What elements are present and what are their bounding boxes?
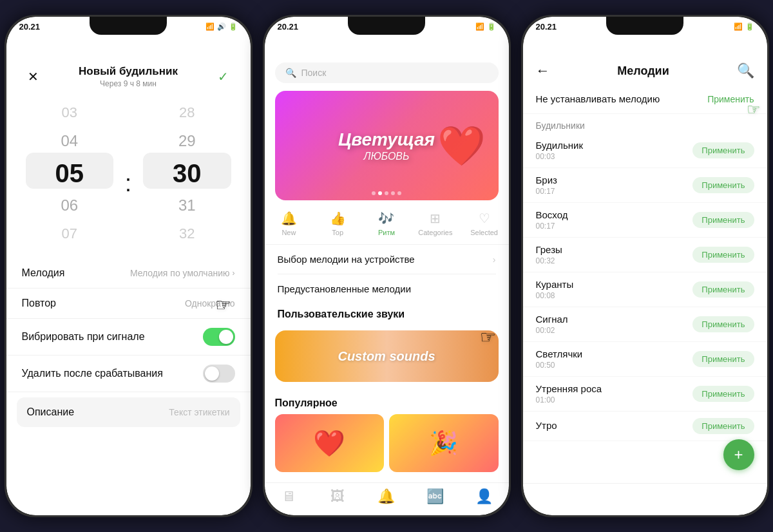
vibrate-toggle[interactable] <box>203 328 235 346</box>
tab-categories[interactable]: ⊞ Categories <box>411 208 460 239</box>
minute-29: 29 <box>137 127 238 155</box>
hour-05-selected: 05 <box>19 155 120 191</box>
bottom-nav-browse[interactable]: 🖼 <box>313 488 362 505</box>
battery-icon-2: 🔋 <box>487 23 496 31</box>
tab-rhythm[interactable]: 🎶 Ритм <box>362 208 411 239</box>
delete-setting-row[interactable]: Удалить после срабатывания <box>6 356 251 392</box>
melody-row-signal-duration: 00:02 <box>536 326 568 335</box>
device-melody-item[interactable]: Выбор мелодии на устройстве › <box>265 245 509 274</box>
notch-1 <box>90 17 167 35</box>
bottom-nav-browse-icon: 🖼 <box>330 488 345 505</box>
back-button[interactable]: ← <box>536 62 550 79</box>
time-picker: 03 04 05 06 07 : 28 29 30 31 32 <box>6 99 251 248</box>
tab-top[interactable]: 👍 Top <box>313 208 362 239</box>
phone-1: 20.21 📶 🔊 🔋 ✕ Новый будильник Через 9 ч … <box>5 15 253 517</box>
promo-banner[interactable]: Цветущая ЛЮБОВЬ ❤️ <box>275 91 499 200</box>
melody-row-utro-name: Утро <box>536 420 557 431</box>
melody-row-voshod-duration: 00:17 <box>536 222 568 231</box>
no-melody-text: Не устанавливать мелодию <box>536 93 660 104</box>
bottom-nav-alarm-icon: 🔔 <box>377 488 395 505</box>
popular-card-2[interactable]: 🎉 <box>389 414 499 472</box>
melody-list-content: Выбор мелодии на устройстве › Предустано… <box>265 245 509 482</box>
melody-row-utro[interactable]: Утро Применить <box>523 412 767 441</box>
tab-selected[interactable]: ♡ Selected <box>460 208 509 239</box>
bottom-nav-text-icon: 🔤 <box>426 488 444 505</box>
delete-toggle[interactable] <box>203 365 235 383</box>
hour-07: 07 <box>19 220 120 248</box>
preset-melodies-item[interactable]: Предустановленные мелодии <box>265 274 509 303</box>
search-bar[interactable]: 🔍 Поиск <box>275 62 499 83</box>
apply-button-utrennyaya-rosa[interactable]: Применить <box>692 386 754 402</box>
hour-03: 03 <box>19 99 120 127</box>
melody-row-briz[interactable]: Бриз 00:17 Применить <box>523 168 767 203</box>
melody-row-signal[interactable]: Сигнал 00:02 Применить <box>523 307 767 342</box>
tab-top-label: Top <box>332 229 343 236</box>
melody-row-utro-info: Утро <box>536 420 557 432</box>
apply-button-grezy[interactable]: Применить <box>692 247 754 263</box>
apply-button-utro[interactable]: Применить <box>692 418 754 434</box>
tab-rhythm-icon: 🎶 <box>378 211 394 226</box>
melody-row-utrennyaya-rosa-name: Утренняя роса <box>536 383 602 394</box>
alarm-confirm-button[interactable]: ✓ <box>212 65 235 88</box>
apply-button-svetlyachki[interactable]: Применить <box>692 351 754 367</box>
signal-icon-3: 📶 <box>734 23 743 31</box>
bottom-nav-alarm[interactable]: 🔔 <box>362 488 411 505</box>
description-placeholder: Текст этикетки <box>169 407 229 417</box>
melody-row-utrennyaya-rosa[interactable]: Утренняя роса 01:00 Применить <box>523 377 767 412</box>
banner-content: Цветущая ЛЮБОВЬ <box>338 129 435 163</box>
banner-dot-2-active <box>378 191 382 195</box>
custom-sounds-banner[interactable]: Custom sounds <box>275 330 499 382</box>
melody-row-utrennyaya-rosa-info: Утренняя роса 01:00 <box>536 383 602 404</box>
melody-row-briz-name: Бриз <box>536 175 557 185</box>
notch-2 <box>348 17 425 35</box>
apply-button-signal[interactable]: Применить <box>692 316 754 332</box>
alarm-close-button[interactable]: ✕ <box>22 65 45 88</box>
melody-row-budilnik[interactable]: Будильник 00:03 Применить <box>523 133 767 168</box>
phone-2-screen: 20.21 📶 🔋 🔍 Поиск Цветущая ЛЮБОВЬ ❤️ <box>265 17 509 515</box>
no-melody-row[interactable]: Не устанавливать мелодию Применить ☞ <box>523 84 767 114</box>
fab-add-button[interactable]: + <box>723 439 754 470</box>
melody-search-button[interactable]: 🔍 <box>737 62 754 79</box>
custom-sounds-title: Пользовательские звуки <box>265 303 509 325</box>
bottom-nav-text[interactable]: 🔤 <box>411 488 460 505</box>
melody-value: Мелодия по умолчанию › <box>130 268 235 278</box>
battery-icon-1: 🔋 <box>229 23 238 31</box>
melody-row-budilnik-info: Будильник 00:03 <box>536 140 583 161</box>
bottom-navigation: 🖥 🖼 🔔 🔤 👤 <box>265 482 509 515</box>
popular-title: Популярное <box>275 392 499 414</box>
tab-categories-icon: ⊞ <box>430 211 441 226</box>
melody-list-header: ← Мелодии 🔍 <box>523 34 767 84</box>
bottom-nav-home-icon: 🖥 <box>282 488 296 505</box>
apply-button-voshod[interactable]: Применить <box>692 212 754 228</box>
popular-card-1[interactable]: ❤️ <box>275 414 385 472</box>
melody-category-tabs: 🔔 New 👍 Top 🎶 Ритм ⊞ Categories ♡ S <box>265 203 509 245</box>
apply-button-briz[interactable]: Применить <box>692 177 754 193</box>
melody-row-budilnik-name: Будильник <box>536 140 583 151</box>
phone-2: 20.21 📶 🔋 🔍 Поиск Цветущая ЛЮБОВЬ ❤️ <box>263 15 511 517</box>
apply-button-budilnik[interactable]: Применить <box>692 142 754 158</box>
vibrate-setting-row[interactable]: Вибрировать при сигнале <box>6 319 251 356</box>
status-time-2: 20.21 <box>278 22 299 32</box>
melody-row-svetlyachki[interactable]: Светлячки 00:50 Применить <box>523 342 767 377</box>
hour-column[interactable]: 03 04 05 06 07 <box>19 99 120 248</box>
minute-column[interactable]: 28 29 30 31 32 <box>137 99 238 248</box>
no-melody-apply-button[interactable]: Применить ☞ <box>707 94 754 104</box>
apply-button-kuranty[interactable]: Применить <box>692 281 754 298</box>
repeat-label: Повтор <box>22 298 57 309</box>
hour-06: 06 <box>19 191 120 220</box>
melody-row-kuranty[interactable]: Куранты 00:08 Применить <box>523 272 767 307</box>
melody-setting-row[interactable]: Мелодия Мелодия по умолчанию › <box>6 258 251 289</box>
bottom-nav-profile[interactable]: 👤 <box>460 488 509 505</box>
bottom-nav-home[interactable]: 🖥 <box>265 488 314 505</box>
tab-new[interactable]: 🔔 New <box>265 208 314 239</box>
melody-row-grezy-name: Грезы <box>536 244 562 255</box>
banner-dot-4 <box>391 191 395 195</box>
description-row[interactable]: Описание Текст этикетки <box>17 397 240 427</box>
banner-dot-3 <box>385 191 388 195</box>
melody-row-voshod[interactable]: Восход 00:17 Применить <box>523 203 767 238</box>
melody-row-budilnik-duration: 00:03 <box>536 152 583 161</box>
phones-container: 20.21 📶 🔊 🔋 ✕ Новый будильник Через 9 ч … <box>5 15 769 517</box>
repeat-setting-row[interactable]: Повтор Однократно <box>6 289 251 319</box>
melody-row-grezy[interactable]: Грезы 00:32 Применить <box>523 238 767 272</box>
minute-28: 28 <box>137 99 238 127</box>
